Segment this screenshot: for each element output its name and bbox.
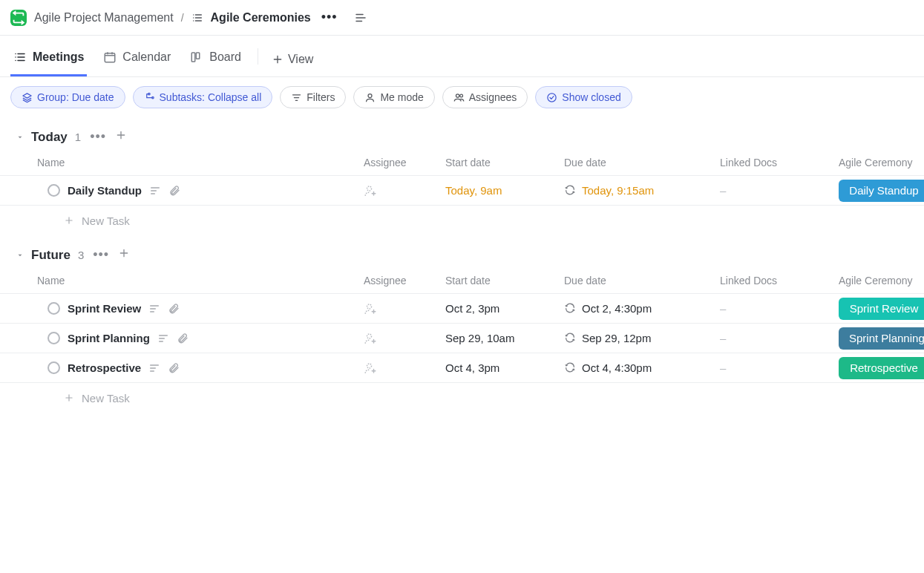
attachment-icon[interactable] [168, 362, 180, 374]
task-row[interactable]: Retrospective Oct 4, 3pmOct 4, 4:30pm–Re… [0, 353, 924, 383]
due-date-cell[interactable]: Sep 29, 12pm [564, 332, 720, 344]
status-circle-icon[interactable] [47, 332, 60, 344]
column-header[interactable]: Start date [445, 275, 564, 286]
status-circle-icon[interactable] [47, 184, 60, 197]
group-header: Today 1 ••• [0, 125, 924, 149]
space-icon [10, 10, 27, 26]
task-name[interactable]: Sprint Review [68, 302, 141, 315]
due-date-cell[interactable]: Today, 9:15am [564, 184, 720, 197]
column-header[interactable]: Due date [564, 275, 720, 286]
column-header[interactable]: Start date [445, 157, 564, 168]
group-add-icon[interactable] [118, 247, 130, 263]
group-more-icon[interactable]: ••• [91, 247, 111, 263]
task-name[interactable]: Daily Standup [68, 184, 142, 197]
due-date-text: Oct 2, 4:30pm [582, 302, 652, 315]
show-closed-button[interactable]: Show closed [535, 86, 632, 108]
column-header[interactable]: Linked Docs [720, 275, 839, 286]
linked-docs-cell[interactable]: – [720, 332, 839, 344]
ceremony-tag[interactable]: Sprint Review [839, 298, 924, 320]
breadcrumb-separator: / [181, 12, 184, 24]
assignee-cell[interactable] [364, 302, 445, 315]
tab-meetings[interactable]: Meetings [10, 50, 87, 76]
task-row[interactable]: Daily Standup Today, 9amToday, 9:15am–Da… [0, 176, 924, 206]
group-filter[interactable]: Group: Due date [10, 86, 125, 108]
attachment-icon[interactable] [168, 185, 180, 197]
status-circle-icon[interactable] [47, 302, 60, 315]
ceremony-cell[interactable]: Sprint Planning [839, 327, 924, 350]
chevron-down-icon[interactable] [16, 134, 24, 141]
recurring-icon [564, 361, 576, 373]
start-date-cell[interactable]: Today, 9am [445, 184, 564, 197]
column-header[interactable]: Agile Ceremony [839, 157, 924, 168]
add-assignee-icon[interactable] [364, 302, 377, 315]
attachment-icon[interactable] [168, 303, 180, 315]
column-header[interactable]: Agile Ceremony [839, 275, 924, 286]
recurring-icon [564, 302, 576, 314]
description-icon[interactable] [149, 185, 161, 197]
subtasks-filter[interactable]: Subtasks: Collapse all [133, 86, 273, 108]
task-row[interactable]: Sprint Review Oct 2, 3pmOct 2, 4:30pm–Sp… [0, 294, 924, 324]
start-date-cell[interactable]: Sep 29, 10am [445, 332, 564, 344]
add-assignee-icon[interactable] [364, 332, 377, 345]
attachment-icon[interactable] [177, 333, 189, 344]
breadcrumb-page[interactable]: Agile Ceremonies [211, 11, 311, 24]
task-name[interactable]: Retrospective [68, 361, 141, 374]
add-view-button[interactable]: View [272, 53, 313, 76]
add-assignee-icon[interactable] [364, 361, 377, 375]
column-header[interactable]: Name [37, 157, 364, 168]
paragraph-icon[interactable] [354, 11, 367, 24]
new-task-button[interactable]: New Task [0, 206, 924, 235]
add-view-label: View [288, 53, 313, 66]
task-group: Future 3 ••• NameAssigneeStart dateDue d… [0, 235, 924, 413]
due-date-cell[interactable]: Oct 2, 4:30pm [564, 302, 720, 315]
add-assignee-icon[interactable] [364, 184, 377, 197]
assignee-cell[interactable] [364, 184, 445, 197]
ceremony-cell[interactable]: Retrospective [839, 357, 924, 379]
ceremony-tag[interactable]: Daily Standup [839, 180, 924, 202]
group-filter-label: Group: Due date [37, 91, 114, 103]
status-circle-icon[interactable] [47, 361, 60, 374]
column-header[interactable]: Name [37, 275, 364, 286]
group-more-icon[interactable]: ••• [88, 129, 108, 145]
ceremony-cell[interactable]: Daily Standup [839, 180, 924, 202]
description-icon[interactable] [157, 333, 169, 344]
assignees-button[interactable]: Assignees [442, 86, 528, 108]
column-header[interactable]: Assignee [364, 275, 445, 286]
chevron-down-icon[interactable] [16, 252, 24, 259]
due-date-cell[interactable]: Oct 4, 4:30pm [564, 361, 720, 374]
task-name[interactable]: Sprint Planning [68, 332, 150, 344]
tab-calendar[interactable]: Calendar [100, 50, 174, 76]
group-add-icon[interactable] [115, 129, 127, 145]
linked-docs-cell[interactable]: – [720, 184, 839, 197]
me-mode-button[interactable]: Me mode [353, 86, 434, 108]
ceremony-tag[interactable]: Retrospective [839, 357, 924, 379]
recurring-icon [564, 184, 576, 196]
tab-label: Meetings [33, 50, 84, 64]
start-date-cell[interactable]: Oct 4, 3pm [445, 361, 564, 374]
new-task-button[interactable]: New Task [0, 383, 924, 413]
assignee-cell[interactable] [364, 361, 445, 375]
column-header[interactable]: Due date [564, 157, 720, 168]
linked-docs-cell[interactable]: – [720, 361, 839, 374]
tab-board[interactable]: Board [187, 50, 244, 76]
view-tabs: Meetings Calendar Board View [0, 36, 924, 77]
ceremony-tag[interactable]: Sprint Planning [839, 327, 924, 350]
column-header[interactable]: Linked Docs [720, 157, 839, 168]
subtask-icon [144, 92, 155, 103]
description-icon[interactable] [148, 362, 160, 374]
filters-label: Filters [307, 91, 335, 103]
breadcrumb-more-icon[interactable]: ••• [318, 10, 341, 25]
description-icon[interactable] [148, 303, 160, 315]
breadcrumb-space[interactable]: Agile Project Management [34, 11, 174, 24]
assignee-cell[interactable] [364, 332, 445, 345]
column-header[interactable]: Assignee [364, 157, 445, 168]
linked-docs-cell[interactable]: – [720, 302, 839, 315]
start-date-cell[interactable]: Oct 2, 3pm [445, 302, 564, 315]
filters-button[interactable]: Filters [280, 86, 346, 108]
task-name-cell: Daily Standup [37, 184, 364, 197]
ceremony-cell[interactable]: Sprint Review [839, 298, 924, 320]
board-icon [190, 50, 203, 64]
check-circle-icon [546, 92, 557, 103]
group-title: Today [31, 130, 68, 145]
task-row[interactable]: Sprint Planning Sep 29, 10amSep 29, 12pm… [0, 324, 924, 353]
